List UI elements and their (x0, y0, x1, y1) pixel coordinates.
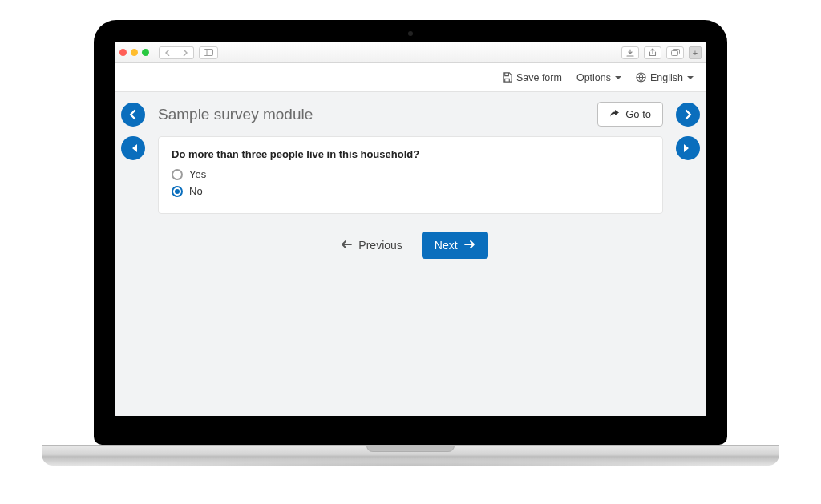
app-toolbar: Save form Options English (115, 63, 706, 92)
options-label: Options (576, 72, 611, 83)
tabs-button[interactable] (666, 46, 684, 59)
arrow-left-icon (341, 239, 352, 252)
downloads-button[interactable] (621, 46, 639, 59)
caret-down-icon (615, 76, 621, 79)
question-card: Do more than three people live in this h… (158, 136, 663, 214)
laptop-frame: + Save form Options En (94, 20, 727, 466)
option-no[interactable]: No (172, 185, 649, 197)
next-label: Next (435, 239, 458, 252)
share-button[interactable] (644, 46, 661, 59)
goto-arrow-icon (609, 110, 620, 119)
maximize-window-icon[interactable] (142, 49, 149, 56)
laptop-screen: + Save form Options En (94, 20, 727, 445)
globe-icon (636, 72, 646, 83)
save-form-label: Save form (516, 72, 562, 83)
language-dropdown[interactable]: English (636, 72, 694, 83)
goto-label: Go to (625, 108, 651, 120)
svg-rect-3 (671, 51, 677, 56)
next-section-button[interactable] (676, 103, 700, 127)
first-question-button[interactable] (121, 136, 145, 160)
option-label: No (189, 185, 203, 197)
option-label: Yes (189, 168, 206, 180)
browser-forward-button[interactable] (176, 46, 194, 59)
survey-area: Sample survey module Go to (115, 92, 706, 416)
pager: Previous Next (115, 214, 706, 276)
window-controls (119, 49, 149, 56)
caret-down-icon (687, 76, 694, 79)
browser-chrome: + (115, 42, 706, 63)
save-icon (502, 72, 512, 83)
next-button[interactable]: Next (422, 232, 488, 259)
save-form-button[interactable]: Save form (502, 72, 562, 83)
prev-section-button[interactable] (121, 103, 145, 127)
laptop-notch (366, 446, 455, 452)
new-tab-button[interactable]: + (689, 46, 702, 59)
nav-back-forward-group (159, 46, 194, 59)
browser-back-button[interactable] (159, 46, 176, 59)
screen-content: + Save form Options En (115, 42, 706, 416)
arrow-right-icon (464, 239, 475, 252)
language-label: English (650, 72, 683, 83)
survey-header: Sample survey module Go to (115, 102, 706, 136)
survey-title: Sample survey module (158, 106, 584, 123)
close-window-icon[interactable] (119, 49, 127, 56)
sidebar-toggle-button[interactable] (199, 46, 218, 59)
goto-button[interactable]: Go to (597, 102, 663, 127)
minimize-window-icon[interactable] (131, 49, 138, 56)
last-question-button[interactable] (676, 136, 700, 160)
previous-button[interactable]: Previous (333, 232, 410, 258)
question-text: Do more than three people live in this h… (172, 148, 649, 160)
option-yes[interactable]: Yes (172, 168, 649, 180)
options-dropdown[interactable]: Options (576, 72, 621, 83)
previous-label: Previous (358, 239, 402, 252)
radio-icon (172, 169, 183, 180)
laptop-base (42, 445, 779, 466)
radio-icon (172, 186, 183, 197)
svg-rect-0 (204, 50, 213, 56)
survey-body-row: Do more than three people live in this h… (115, 136, 706, 214)
camera-dot (408, 31, 413, 36)
